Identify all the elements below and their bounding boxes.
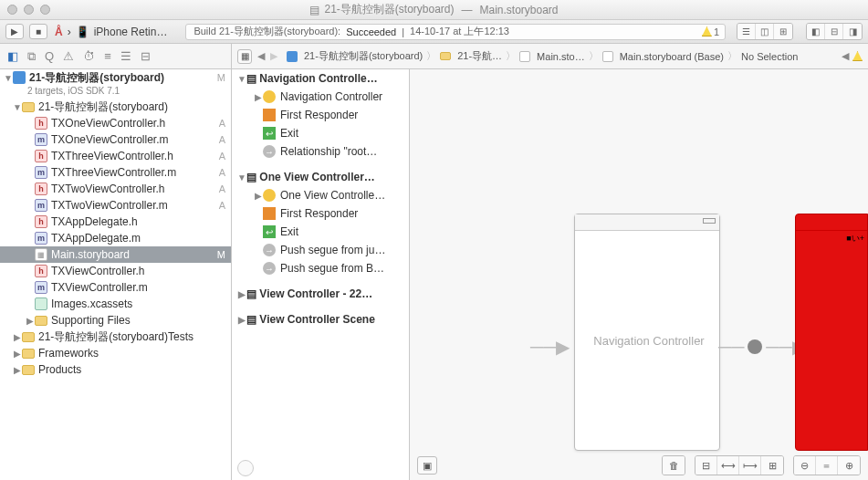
outline-item[interactable]: ↩Exit	[232, 223, 409, 241]
outline-item[interactable]: First Responder	[232, 106, 409, 124]
align-seg[interactable]: ⊟⟷⟼⊞	[695, 455, 784, 475]
disclosure-icon[interactable]: ▶	[13, 365, 22, 375]
issue-nav-tab[interactable]: ⚠︎	[63, 49, 74, 63]
file-row[interactable]: mTXThreeViewController.mA	[0, 164, 231, 181]
scene-header[interactable]: ▶▤ View Controller - 22…	[232, 285, 409, 303]
file-row[interactable]: hTXViewController.h	[0, 263, 231, 279]
crumb-base[interactable]: Main.storyboard (Base)	[599, 51, 727, 62]
close-icon[interactable]	[7, 5, 17, 15]
crumb-selection[interactable]: No Selection	[737, 51, 801, 62]
view-controller-scene[interactable]: ■い+	[795, 214, 868, 451]
panel-toggle-seg[interactable]: ◧⊟◨	[806, 23, 863, 40]
forward-button[interactable]: ▶	[270, 50, 277, 62]
battery-icon	[703, 218, 716, 224]
editor-mode-seg[interactable]: ☰◫⊞	[737, 23, 793, 40]
jb-back-icon[interactable]: ◀	[842, 50, 849, 62]
scheme-selector[interactable]: Å › 📱 iPhone Retin…	[55, 26, 167, 38]
related-items-button[interactable]: ▦	[237, 49, 252, 64]
crumb-group[interactable]: 21-导航…	[436, 49, 506, 63]
zoom-seg[interactable]: ⊖＝⊕	[793, 455, 861, 475]
title-project: 21-导航控制器(storyboard)	[324, 2, 454, 17]
scene-statusbar	[575, 214, 719, 231]
project-root[interactable]: ▼ 21-导航控制器(storyboard) M	[0, 69, 231, 86]
minimize-icon[interactable]	[24, 5, 34, 15]
project-nav-tab[interactable]: ◧	[7, 49, 18, 63]
file-row[interactable]: ▦Main.storyboardM	[0, 246, 231, 263]
file-label: TXViewController.h	[51, 265, 145, 277]
file-row[interactable]: mTXAppDelegate.m	[0, 230, 231, 246]
titlebar: ▤ 21-导航控制器(storyboard) — Main.storyboard	[0, 0, 868, 20]
file-row[interactable]: Images.xcassets	[0, 296, 231, 312]
file-row[interactable]: mTXViewController.m	[0, 279, 231, 296]
debug-nav-tab[interactable]: ≡	[104, 49, 111, 63]
outline-item[interactable]: ↩Exit	[232, 124, 409, 142]
scene-header[interactable]: ▼▤ One View Controller…	[232, 168, 409, 186]
project-icon	[13, 71, 26, 84]
folder-row[interactable]: ▶ Supporting Files	[0, 312, 231, 329]
zoom-icon[interactable]	[40, 5, 50, 15]
toolbar-right: ☰◫⊞ ◧⊟◨	[737, 23, 863, 40]
report-nav-tab[interactable]: ⊟	[141, 49, 151, 63]
file-label: TXThreeViewController.h	[51, 150, 173, 162]
disclosure-icon[interactable]: ▶	[13, 332, 22, 342]
back-button[interactable]: ◀	[257, 50, 265, 62]
test-nav-tab[interactable]: ⏱	[83, 49, 95, 63]
outline-item[interactable]: First Responder	[232, 204, 409, 223]
file-row[interactable]: mTXOneViewController.mA	[0, 131, 231, 148]
initial-arrow-icon: ──▶	[530, 336, 570, 358]
disclosure-icon[interactable]: ▶	[26, 316, 35, 326]
controller-icon	[263, 90, 276, 103]
outline-item[interactable]: →Push segue from ju…	[232, 241, 409, 259]
disclosure-icon[interactable]: ▼	[4, 73, 13, 83]
stop-button[interactable]: ■	[29, 24, 47, 39]
impl-icon: m	[35, 199, 47, 212]
warning-icon[interactable]	[852, 51, 863, 61]
build-prefix: Build 21-导航控制器(storyboard):	[193, 25, 340, 38]
scene-header[interactable]: ▼▤ Navigation Controlle…	[232, 69, 409, 88]
scm-badge: M	[214, 249, 225, 260]
toolbar: ▶ ■ Å › 📱 iPhone Retin… Build 21-导航控制器(s…	[0, 20, 868, 44]
run-button[interactable]: ▶	[5, 24, 24, 39]
file-row[interactable]: hTXOneViewController.hA	[0, 115, 231, 131]
outline-item[interactable]: ▶Navigation Controller	[232, 88, 409, 106]
file-label: TXThreeViewController.m	[51, 166, 176, 179]
file-row[interactable]: mTXTwoViewController.mA	[0, 197, 231, 214]
build-status-label: Succeeded	[346, 26, 396, 37]
disclosure-icon[interactable]: ▶	[13, 349, 22, 359]
folder-row[interactable]: ▶ 21-导航控制器(storyboard)Tests	[0, 329, 231, 345]
warning-badge[interactable]: 1	[702, 26, 719, 37]
impl-icon: m	[35, 133, 47, 146]
activity-viewer[interactable]: Build 21-导航控制器(storyboard): Succeeded | …	[185, 24, 726, 40]
nav-controller-scene[interactable]	[574, 214, 720, 451]
responder-icon	[263, 109, 276, 121]
outline-filter-button[interactable]	[237, 460, 254, 476]
group-row[interactable]: ▼ 21-导航控制器(storyboard)	[0, 99, 231, 115]
breakpoint-nav-tab[interactable]: ☰	[120, 49, 131, 63]
title-file: Main.storyboard	[479, 4, 558, 16]
ib-canvas[interactable]: ──▶ Navigation Controller ────▶ ■い+ ▣ 🗑 …	[410, 69, 868, 480]
file-label: TXViewController.m	[51, 281, 148, 294]
find-nav-tab[interactable]: Q	[45, 49, 54, 63]
nav-controller-label: Navigation Controller	[576, 334, 722, 348]
outline-item[interactable]: →Relationship "root…	[232, 142, 409, 161]
chevron-right-icon: ›	[68, 26, 71, 38]
segue-dot-icon	[748, 339, 762, 354]
project-navigator: ▼ 21-导航控制器(storyboard) M 2 targets, iOS …	[0, 69, 232, 480]
crumb-file[interactable]: Main.sto…	[516, 51, 589, 62]
segue-arrow[interactable]: ────▶	[718, 336, 806, 358]
outline-item[interactable]: →Push segue from B…	[232, 259, 409, 277]
file-row[interactable]: hTXThreeViewController.hA	[0, 148, 231, 164]
crumb-project[interactable]: 21-导航控制器(storyboard)	[283, 49, 426, 63]
file-row[interactable]: hTXTwoViewController.hA	[0, 181, 231, 197]
file-row[interactable]: hTXAppDelegate.h	[0, 214, 231, 230]
folder-row[interactable]: ▶ Products	[0, 361, 231, 378]
symbol-nav-tab[interactable]: ⧉	[27, 49, 36, 64]
toggle-outline-button[interactable]: ▣	[417, 456, 437, 475]
outline-item[interactable]: ▶One View Controlle…	[232, 186, 409, 204]
doc-options-seg[interactable]: 🗑	[662, 455, 685, 475]
disclosure-icon[interactable]: ▼	[13, 102, 22, 112]
file-label: Main.storyboard	[51, 248, 130, 261]
destination-label: iPhone Retin…	[94, 26, 168, 38]
scene-header[interactable]: ▶▤ View Controller Scene	[232, 310, 409, 329]
folder-row[interactable]: ▶ Frameworks	[0, 345, 231, 361]
